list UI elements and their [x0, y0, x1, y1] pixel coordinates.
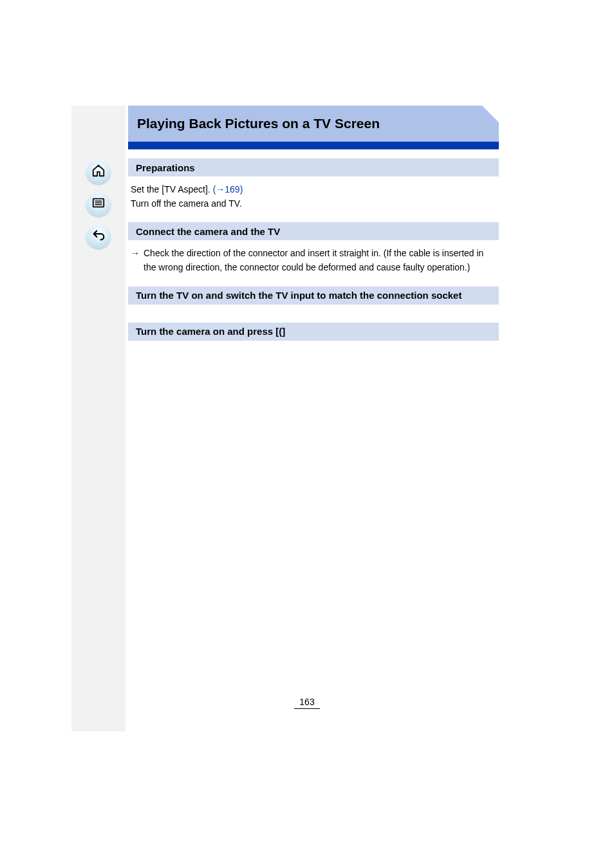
- section-header-switch-input: Turn the TV on and switch the TV input t…: [128, 287, 499, 305]
- page-title-text: Playing Back Pictures on a TV Screen: [137, 116, 380, 131]
- nav-list-button[interactable]: [86, 192, 111, 216]
- section-body-connect: → Check the direction of the connector a…: [128, 240, 499, 283]
- section-header-preparations: Preparations: [128, 158, 499, 176]
- page-title: Playing Back Pictures on a TV Screen: [128, 106, 499, 142]
- section-body-text: Set the [TV Aspect]. (→169)Turn off the …: [131, 184, 243, 209]
- section-body-text: Check the direction of the connector and…: [144, 247, 496, 274]
- page-number: 163: [0, 697, 614, 709]
- section-header-text: Connect the camera and the TV: [136, 226, 280, 237]
- home-icon: [91, 164, 106, 180]
- section-header-text: Turn the camera on and press [(]: [136, 326, 285, 337]
- list-icon: [91, 196, 106, 212]
- title-corner-cut: [482, 106, 499, 122]
- section-header-connect: Connect the camera and the TV: [128, 222, 499, 240]
- nav-home-button[interactable]: [86, 160, 111, 184]
- page-ref-link[interactable]: (→169): [213, 184, 243, 194]
- arrow-right-icon: →: [131, 247, 144, 261]
- sidebar: [71, 106, 126, 731]
- section-body-turn-on: [128, 341, 499, 356]
- nav-back-button[interactable]: [86, 224, 111, 249]
- section-header-text: Preparations: [136, 162, 195, 173]
- title-underbar: [128, 142, 499, 149]
- section-header-text: Turn the TV on and switch the TV input t…: [136, 290, 461, 301]
- page-number-value: 163: [294, 697, 319, 709]
- page-title-block: Playing Back Pictures on a TV Screen: [128, 106, 499, 149]
- section-body-switch-input: [128, 305, 499, 320]
- section-body-preparations: Set the [TV Aspect]. (→169)Turn off the …: [128, 176, 499, 220]
- section-header-turn-on: Turn the camera on and press [(]: [128, 323, 499, 341]
- content-area: Playing Back Pictures on a TV Screen Pre…: [128, 106, 499, 356]
- back-icon: [91, 228, 106, 245]
